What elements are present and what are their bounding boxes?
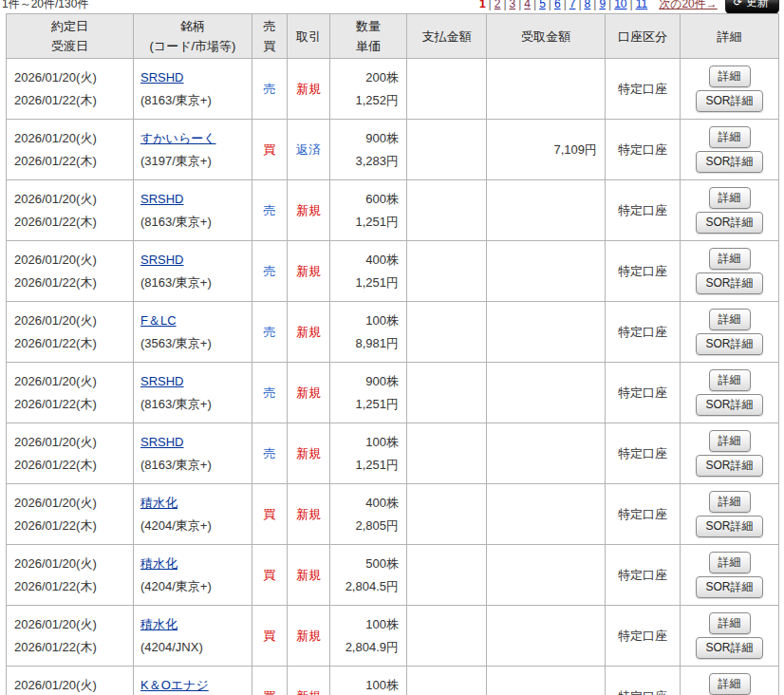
pagination-page-link[interactable]: 9	[599, 0, 606, 10]
unit-price: 2,804.5円	[331, 575, 399, 598]
detail-button[interactable]: 詳細	[709, 309, 751, 330]
detail-button[interactable]: 詳細	[709, 187, 751, 209]
payment-amount	[407, 120, 487, 180]
stock-cell: 積水化 (4204/JNX)	[134, 606, 252, 667]
stock-code: (8163/東京+)	[140, 211, 251, 234]
stock-name-link[interactable]: SRSHD	[140, 188, 251, 211]
sor-detail-button[interactable]: SOR詳細	[696, 516, 762, 537]
trade-date: 2026/01/20(火)	[14, 370, 132, 393]
side-value: 買	[264, 568, 276, 582]
sor-detail-button[interactable]: SOR詳細	[696, 576, 762, 598]
stock-name-link[interactable]: SRSHD	[140, 249, 251, 272]
receipt-amount	[487, 302, 606, 363]
pagination-page-link[interactable]: 4	[524, 0, 531, 10]
sor-detail-button[interactable]: SOR詳細	[696, 151, 762, 173]
stock-code: (4204/東京+)	[140, 575, 251, 598]
sor-detail-button[interactable]: SOR詳細	[696, 212, 762, 234]
qty-price-cell: 900株 1,251円	[330, 363, 407, 423]
trade-dates: 2026/01/20(火) 2026/01/22(木)	[7, 59, 134, 120]
payment-amount	[407, 363, 487, 423]
sor-detail-button[interactable]: SOR詳細	[696, 272, 762, 294]
side-cell: 買	[252, 120, 288, 180]
receipt-amount	[487, 423, 606, 484]
stock-name-link[interactable]: 積水化	[140, 492, 251, 515]
header-detail: 詳細	[681, 14, 779, 59]
detail-button[interactable]: 詳細	[709, 491, 751, 513]
trade-date: 2026/01/20(火)	[14, 188, 132, 211]
payment-amount	[407, 180, 487, 241]
stock-cell: すかいらーく (3197/東京+)	[134, 120, 252, 180]
detail-button[interactable]: 詳細	[709, 612, 751, 634]
pagination-next-link[interactable]: 次の20件→	[659, 0, 718, 13]
unit-price: 2,805円	[331, 515, 399, 537]
detail-button[interactable]: 詳細	[709, 248, 751, 270]
stock-name-link[interactable]: SRSHD	[140, 431, 251, 454]
detail-button[interactable]: 詳細	[709, 369, 751, 391]
stock-name-link[interactable]: 積水化	[140, 613, 251, 636]
stock-name-link[interactable]: F＆LC	[140, 310, 251, 332]
trade-type-cell: 新規	[288, 302, 330, 363]
stock-cell: SRSHD (8163/東京+)	[134, 423, 252, 484]
sor-detail-button[interactable]: SOR詳細	[696, 333, 762, 355]
account-type: 特定口座	[606, 241, 681, 302]
trade-type-cell: 新規	[288, 241, 330, 302]
payment-amount	[407, 241, 487, 302]
payment-amount	[407, 545, 487, 606]
trade-date: 2026/01/20(火)	[14, 613, 132, 636]
update-button[interactable]: ⟳ 更新	[725, 0, 779, 13]
account-type: 特定口座	[606, 59, 681, 120]
detail-button[interactable]: 詳細	[709, 126, 751, 148]
trade-dates: 2026/01/20(火) 2026/01/22(木)	[7, 545, 134, 606]
stock-name-link[interactable]: SRSHD	[140, 370, 251, 393]
pagination-page-link[interactable]: 11	[636, 0, 647, 10]
sor-detail-button[interactable]: SOR詳細	[696, 90, 762, 112]
quantity: 900株	[331, 370, 399, 393]
pagination-separator: |	[503, 0, 506, 10]
payment-amount	[407, 423, 487, 484]
qty-price-cell: 100株 1,251円	[330, 423, 407, 484]
payment-amount	[407, 59, 487, 120]
trade-dates: 2026/01/20(火) 2026/01/22(木)	[7, 241, 134, 302]
account-type: 特定口座	[606, 423, 681, 484]
detail-cell: 詳細 SOR詳細	[681, 667, 779, 695]
trade-value: 新規	[296, 264, 321, 278]
sor-detail-button[interactable]: SOR詳細	[696, 637, 762, 659]
detail-button[interactable]: 詳細	[709, 552, 751, 573]
side-value: 売	[264, 446, 276, 460]
side-cell: 買	[252, 667, 288, 695]
qty-price-cell: 100株 2,804.9円	[330, 606, 407, 667]
pagination-page-link[interactable]: 6	[554, 0, 561, 10]
stock-cell: 積水化 (4204/東京+)	[134, 545, 252, 606]
detail-button[interactable]: 詳細	[709, 66, 751, 87]
payment-amount	[407, 484, 487, 545]
trade-value: 返済	[296, 142, 321, 157]
stock-code: (4204/JNX)	[140, 636, 251, 659]
detail-button[interactable]: 詳細	[709, 673, 751, 695]
stock-name-link[interactable]: 積水化	[140, 553, 251, 575]
stock-name-link[interactable]: すかいらーく	[140, 127, 251, 150]
side-value: 売	[264, 82, 276, 96]
pagination-page-link[interactable]: 5	[539, 0, 546, 10]
sor-detail-button[interactable]: SOR詳細	[696, 455, 762, 477]
trade-type-cell: 新規	[288, 484, 330, 545]
detail-button[interactable]: 詳細	[709, 430, 751, 452]
pagination-separator: |	[578, 0, 581, 10]
header-receipt: 受取金額	[487, 14, 606, 59]
pagination: 1 |2|3|4|5|6|7|8|9|10|11 次の20件→ ⟳ 更新	[477, 0, 779, 13]
quantity: 100株	[331, 431, 399, 454]
side-cell: 売	[252, 302, 288, 363]
stock-name-link[interactable]: K＆Oエナジ	[140, 674, 251, 695]
quantity: 600株	[331, 188, 399, 211]
pagination-page-link[interactable]: 3	[510, 0, 516, 10]
account-type: 特定口座	[606, 120, 681, 180]
trade-value: 新規	[296, 629, 321, 643]
pagination-page-link[interactable]: 7	[569, 0, 576, 10]
pagination-page-link[interactable]: 10	[614, 0, 626, 10]
stock-name-link[interactable]: SRSHD	[140, 66, 251, 89]
pagination-page-link[interactable]: 8	[585, 0, 591, 10]
sor-detail-button[interactable]: SOR詳細	[696, 394, 762, 416]
pagination-page-link[interactable]: 2	[495, 0, 501, 10]
unit-price: 1,251円	[331, 454, 399, 477]
account-type: 特定口座	[606, 180, 681, 241]
receipt-amount	[487, 606, 606, 667]
